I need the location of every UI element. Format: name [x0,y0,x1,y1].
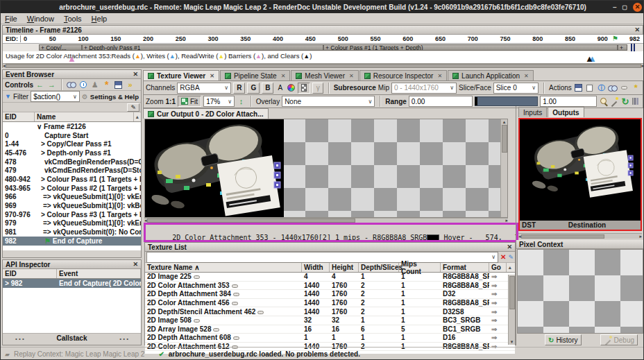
maximize-icon[interactable]: ▢ [622,4,627,10]
filter-combo[interactable]: ∨ [31,91,80,102]
step-back-icon[interactable]: ← [35,80,45,89]
event-row[interactable]: 480-942> Colour Pass #1 (1 Targets + Dep… [3,175,141,184]
go-icon[interactable]: ⇒ [489,282,507,289]
bookmark-person-icon[interactable]: ♟ [90,80,100,89]
go-icon[interactable]: ⇒ [489,273,507,280]
name-column-header[interactable]: Name [35,112,134,121]
event-row[interactable]: 478vkCmdBeginRenderPass(D=Clear) [3,157,141,166]
texture-row[interactable]: 2D Image 508323211BC3_SRGB⇒ [145,316,515,325]
alpha-channel-button[interactable]: A [276,84,285,92]
filter-help-icon[interactable]: ✎ [508,254,514,261]
green-channel-button[interactable]: G [247,83,260,94]
range-max-input[interactable] [543,98,594,105]
event-row[interactable]: 979=> vkQueueSubmit(1)[0]: vkEndComi [3,219,141,228]
tab-resource-inspector[interactable]: Resource Inspector ✕ [359,70,447,80]
thumbnail-hscrollbar[interactable]: ◂ ▸ [518,233,642,239]
settings-help-label[interactable]: Settings & Help [90,93,139,101]
event-row[interactable]: 970-976> Colour Pass #3 (1 Targets + Dep… [3,210,141,219]
menu-help[interactable]: Help [92,15,108,23]
viewport-vscrollbar[interactable]: ▴ [500,119,507,218]
texture-row[interactable]: 2D Depth Attachment 3841440176021D32⇒ [145,290,515,299]
scroll-down-icon[interactable]: ▾ [511,339,514,345]
output-thumbnail[interactable]: DST Destination [518,118,642,231]
tab-close-icon[interactable]: ✕ [437,73,442,79]
viewport-hscrollbar[interactable]: ◂ ▸ [144,218,508,223]
goto-location-icon[interactable] [608,83,618,93]
texture-row[interactable]: 2D Color Attachment 3531440176021R8G8B8A… [145,282,515,291]
slice-combo[interactable]: Slice 0 ∨ [493,83,539,94]
timeline-pass-bar[interactable]: + Copy/... + Depth-only Pass #1 + Colour… [3,44,644,51]
texture-row[interactable]: 2D Depth Attachment 6081111D16⇒ [145,334,515,343]
overlay-combo[interactable]: None ∨ [282,96,375,107]
range-slider-handle[interactable] [475,97,477,105]
col-format[interactable]: Format [441,263,489,272]
scroll-up-icon[interactable]: ▴ [507,263,514,272]
step-forward-icon[interactable]: → [46,80,57,89]
col-width[interactable]: Width [302,263,330,272]
event-row[interactable]: 1-44> Copy/Clear Pass #1 [3,139,141,148]
go-icon[interactable]: ⇒ [489,299,507,307]
reset-range-icon[interactable]: ↻ [621,96,630,106]
autofit-wand-icon[interactable] [610,96,619,106]
tab-close-icon[interactable]: ✕ [281,73,286,79]
menu-file[interactable]: File [5,15,17,23]
texture-row[interactable]: 2D Depth/Stencil Attachment 462144017602… [145,307,515,316]
go-icon[interactable]: ⇒ [489,334,507,341]
tab-close-icon[interactable]: ✕ [524,73,529,79]
barrier-marker-icon[interactable]: ▲ [67,53,76,64]
go-icon[interactable]: ⇒ [489,290,507,298]
export-icon[interactable]: » [125,80,135,89]
mip-combo[interactable]: 0 - 1440x1760 ∨ [391,83,457,94]
go-icon[interactable]: ⇒ [489,316,507,324]
star-icon[interactable]: * [632,83,641,93]
zoom-level-input[interactable] [206,98,226,105]
replay-context-text[interactable]: Replay Context: Magic Leap Magic Leap 2 [14,350,144,358]
event-browser-title-bar[interactable]: Event Browser ✕ [3,70,141,79]
pass-segment[interactable]: + Colour Pass #1 (1 Targets + Depth) [323,44,618,51]
close-icon[interactable]: ✕ [633,3,642,12]
pass-segment[interactable]: + [618,44,627,51]
scroll-right-icon[interactable]: ▸ [639,234,642,239]
grip-dots[interactable]: • • • [119,336,128,342]
dropdown-icon[interactable]: ∨ [228,98,232,105]
zoom-1to1-button[interactable]: 1:1 [166,98,176,105]
tab-mesh-viewer[interactable]: Mesh Viewer ✕ [291,70,358,80]
gamma-button[interactable]: γ [312,83,323,94]
save-events-icon[interactable] [113,80,124,89]
tab-close-icon[interactable]: ✕ [210,73,214,79]
timeline-ruler[interactable]: EID: 0 50 100 150 200 250 300 350 400 45… [3,35,644,44]
colorwheel-icon[interactable] [287,83,296,93]
texture-list-vscrollbar[interactable]: ▾ [508,275,515,345]
api-inspector-title-bar[interactable]: API Inspector ✕ [3,260,141,269]
col-texture-name[interactable]: Texture Name ∧ [145,263,302,272]
event-row[interactable]: 479vkCmdEndRenderPass(D=Store) [3,166,141,175]
col-depth[interactable]: Depth/Slices [359,263,399,272]
tab-texture-viewer[interactable]: Texture Viewer ✕ [143,70,219,80]
pixel-context-view[interactable] [517,249,643,334]
api-event-row-selected[interactable]: > 982 End of Capture( 2D Color Atta [3,279,141,288]
texture-row[interactable]: 2D Color Attachment 4561440176021R8G8B8A… [145,299,515,308]
texture-filter-combo[interactable]: ∨ [146,252,498,263]
zoom-range-icon[interactable] [599,96,608,106]
col-height[interactable]: Height [330,263,359,272]
resource-link-icon[interactable] [620,83,629,93]
eid-column-header[interactable]: EID [3,112,35,121]
copy-texture-icon[interactable] [585,83,594,93]
filter-edit-button[interactable]: ✎ [127,103,139,112]
scroll-up-icon[interactable]: ▴ [134,112,141,121]
minimize-icon[interactable]: – [613,3,617,11]
bookmark-star-icon[interactable]: * [101,80,112,89]
event-row[interactable]: 969=> vkQueueSubmit(1)[0]: vkBeginCom [3,201,141,210]
tab-launch-application[interactable]: Launch Application ✕ [448,70,534,80]
range-min-field[interactable] [409,96,473,107]
timeline-close-icon[interactable]: ✕ [634,27,640,33]
filter-input[interactable] [33,93,71,101]
menu-tools[interactable]: Tools [64,15,82,23]
event-row[interactable]: 981=> vkQueueSubmit(0): No Comma... [3,228,141,237]
find-event-icon[interactable] [66,80,76,89]
texture-list-title-bar[interactable]: Texture List ✕ [145,243,515,252]
api-inspector-close-icon[interactable]: ✕ [133,262,138,268]
window-titlebar[interactable]: arbrochure_userdebug.rdc - Remote: Magic… [1,1,644,13]
event-row[interactable]: 943-965> Colour Pass #2 (1 Targets + Dep… [3,184,141,193]
scroll-right-icon[interactable]: ▸ [641,63,644,69]
